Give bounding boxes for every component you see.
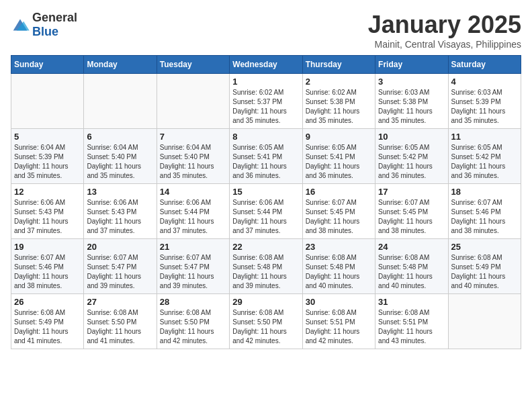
logo: General Blue [11, 11, 77, 39]
weekday-header: Thursday [302, 56, 375, 74]
calendar-cell: 27 Sunrise: 6:08 AMSunset: 5:50 PMDaylig… [84, 294, 157, 349]
day-number: 8 [232, 132, 299, 142]
calendar-cell: 1 Sunrise: 6:02 AMSunset: 5:37 PMDayligh… [230, 74, 302, 129]
weekday-header: Saturday [448, 56, 521, 74]
day-number: 21 [160, 242, 226, 252]
calendar-cell: 23 Sunrise: 6:08 AMSunset: 5:48 PMDaylig… [302, 239, 375, 294]
calendar-cell: 28 Sunrise: 6:08 AMSunset: 5:50 PMDaylig… [157, 294, 229, 349]
calendar-week-row: 1 Sunrise: 6:02 AMSunset: 5:37 PMDayligh… [11, 74, 521, 129]
logo-general: General [32, 11, 77, 24]
day-number: 25 [451, 242, 518, 252]
calendar-cell: 21 Sunrise: 6:07 AMSunset: 5:47 PMDaylig… [157, 239, 229, 294]
day-info: Sunrise: 6:06 AMSunset: 5:43 PMDaylight:… [87, 198, 153, 236]
day-number: 26 [14, 297, 81, 307]
day-info: Sunrise: 6:08 AMSunset: 5:48 PMDaylight:… [232, 253, 299, 291]
day-number: 12 [14, 187, 81, 197]
calendar-week-row: 19 Sunrise: 6:07 AMSunset: 5:46 PMDaylig… [11, 239, 521, 294]
day-info: Sunrise: 6:06 AMSunset: 5:44 PMDaylight:… [232, 198, 299, 236]
title-section: January 2025 Mainit, Central Visayas, Ph… [368, 11, 521, 50]
day-info: Sunrise: 6:03 AMSunset: 5:39 PMDaylight:… [451, 88, 518, 126]
calendar-week-row: 12 Sunrise: 6:06 AMSunset: 5:43 PMDaylig… [11, 184, 521, 239]
day-number: 27 [87, 297, 153, 307]
calendar-cell: 22 Sunrise: 6:08 AMSunset: 5:48 PMDaylig… [230, 239, 302, 294]
calendar-cell: 8 Sunrise: 6:05 AMSunset: 5:41 PMDayligh… [230, 129, 302, 184]
calendar-cell: 25 Sunrise: 6:08 AMSunset: 5:49 PMDaylig… [448, 239, 521, 294]
day-number: 31 [378, 297, 445, 307]
calendar-week-row: 5 Sunrise: 6:04 AMSunset: 5:39 PMDayligh… [11, 129, 521, 184]
calendar-cell: 19 Sunrise: 6:07 AMSunset: 5:46 PMDaylig… [11, 239, 84, 294]
day-number: 17 [378, 187, 445, 197]
calendar-cell: 30 Sunrise: 6:08 AMSunset: 5:51 PMDaylig… [302, 294, 375, 349]
calendar-cell: 29 Sunrise: 6:08 AMSunset: 5:50 PMDaylig… [230, 294, 302, 349]
day-info: Sunrise: 6:08 AMSunset: 5:49 PMDaylight:… [451, 253, 518, 291]
day-number: 3 [378, 77, 445, 87]
day-number: 7 [160, 132, 226, 142]
weekday-header: Monday [84, 56, 157, 74]
calendar-cell: 5 Sunrise: 6:04 AMSunset: 5:39 PMDayligh… [11, 129, 84, 184]
day-info: Sunrise: 6:07 AMSunset: 5:47 PMDaylight:… [87, 253, 153, 291]
calendar-cell: 31 Sunrise: 6:08 AMSunset: 5:51 PMDaylig… [375, 294, 448, 349]
calendar-header-row: SundayMondayTuesdayWednesdayThursdayFrid… [11, 56, 521, 74]
day-info: Sunrise: 6:06 AMSunset: 5:44 PMDaylight:… [160, 198, 226, 236]
calendar-cell: 10 Sunrise: 6:05 AMSunset: 5:42 PMDaylig… [375, 129, 448, 184]
day-info: Sunrise: 6:07 AMSunset: 5:45 PMDaylight:… [378, 198, 445, 236]
day-number: 16 [306, 187, 372, 197]
logo-icon [11, 17, 30, 33]
calendar-cell [448, 294, 521, 349]
day-info: Sunrise: 6:08 AMSunset: 5:49 PMDaylight:… [14, 308, 81, 346]
day-number: 28 [160, 297, 226, 307]
day-number: 11 [451, 132, 518, 142]
day-info: Sunrise: 6:02 AMSunset: 5:38 PMDaylight:… [306, 88, 372, 126]
location-title: Mainit, Central Visayas, Philippines [368, 39, 521, 50]
calendar-cell [11, 74, 84, 129]
day-info: Sunrise: 6:08 AMSunset: 5:48 PMDaylight:… [306, 253, 372, 291]
day-info: Sunrise: 6:08 AMSunset: 5:50 PMDaylight:… [160, 308, 226, 346]
day-info: Sunrise: 6:05 AMSunset: 5:41 PMDaylight:… [306, 143, 372, 181]
day-info: Sunrise: 6:04 AMSunset: 5:40 PMDaylight:… [160, 143, 226, 181]
day-number: 22 [232, 242, 299, 252]
day-info: Sunrise: 6:08 AMSunset: 5:51 PMDaylight:… [306, 308, 372, 346]
day-number: 10 [378, 132, 445, 142]
day-info: Sunrise: 6:07 AMSunset: 5:46 PMDaylight:… [14, 253, 81, 291]
calendar-cell [157, 74, 229, 129]
day-info: Sunrise: 6:05 AMSunset: 5:42 PMDaylight:… [378, 143, 445, 181]
day-number: 4 [451, 77, 518, 87]
calendar-cell: 14 Sunrise: 6:06 AMSunset: 5:44 PMDaylig… [157, 184, 229, 239]
day-info: Sunrise: 6:08 AMSunset: 5:48 PMDaylight:… [378, 253, 445, 291]
calendar-cell: 24 Sunrise: 6:08 AMSunset: 5:48 PMDaylig… [375, 239, 448, 294]
day-number: 29 [232, 297, 299, 307]
calendar-cell: 11 Sunrise: 6:05 AMSunset: 5:42 PMDaylig… [448, 129, 521, 184]
day-number: 24 [378, 242, 445, 252]
day-number: 6 [87, 132, 153, 142]
calendar-cell: 26 Sunrise: 6:08 AMSunset: 5:49 PMDaylig… [11, 294, 84, 349]
day-info: Sunrise: 6:05 AMSunset: 5:42 PMDaylight:… [451, 143, 518, 181]
day-info: Sunrise: 6:08 AMSunset: 5:50 PMDaylight:… [87, 308, 153, 346]
calendar-cell: 20 Sunrise: 6:07 AMSunset: 5:47 PMDaylig… [84, 239, 157, 294]
day-number: 18 [451, 187, 518, 197]
day-number: 30 [306, 297, 372, 307]
calendar-cell [84, 74, 157, 129]
day-number: 1 [232, 77, 299, 87]
day-number: 19 [14, 242, 81, 252]
day-number: 14 [160, 187, 226, 197]
calendar-cell: 6 Sunrise: 6:04 AMSunset: 5:40 PMDayligh… [84, 129, 157, 184]
day-info: Sunrise: 6:07 AMSunset: 5:47 PMDaylight:… [160, 253, 226, 291]
day-number: 5 [14, 132, 81, 142]
calendar-cell: 12 Sunrise: 6:06 AMSunset: 5:43 PMDaylig… [11, 184, 84, 239]
calendar-cell: 9 Sunrise: 6:05 AMSunset: 5:41 PMDayligh… [302, 129, 375, 184]
day-info: Sunrise: 6:08 AMSunset: 5:50 PMDaylight:… [232, 308, 299, 346]
calendar-cell: 15 Sunrise: 6:06 AMSunset: 5:44 PMDaylig… [230, 184, 302, 239]
day-info: Sunrise: 6:07 AMSunset: 5:46 PMDaylight:… [451, 198, 518, 236]
weekday-header: Friday [375, 56, 448, 74]
calendar-cell: 2 Sunrise: 6:02 AMSunset: 5:38 PMDayligh… [302, 74, 375, 129]
weekday-header: Sunday [11, 56, 84, 74]
day-info: Sunrise: 6:02 AMSunset: 5:37 PMDaylight:… [232, 88, 299, 126]
day-info: Sunrise: 6:05 AMSunset: 5:41 PMDaylight:… [232, 143, 299, 181]
day-info: Sunrise: 6:03 AMSunset: 5:38 PMDaylight:… [378, 88, 445, 126]
day-number: 23 [306, 242, 372, 252]
calendar-cell: 4 Sunrise: 6:03 AMSunset: 5:39 PMDayligh… [448, 74, 521, 129]
calendar-week-row: 26 Sunrise: 6:08 AMSunset: 5:49 PMDaylig… [11, 294, 521, 349]
day-number: 2 [306, 77, 372, 87]
day-number: 15 [232, 187, 299, 197]
calendar-cell: 3 Sunrise: 6:03 AMSunset: 5:38 PMDayligh… [375, 74, 448, 129]
